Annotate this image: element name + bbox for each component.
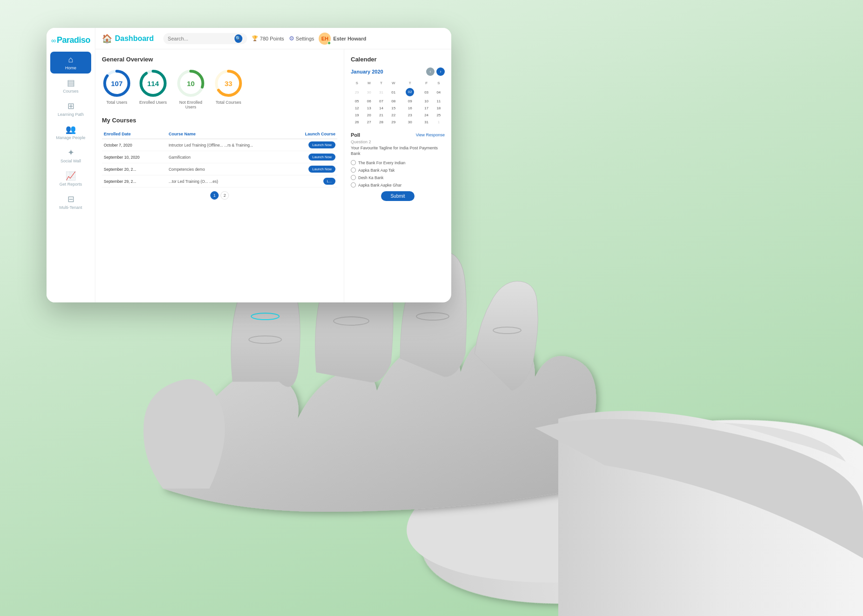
poll-option[interactable]: Desh Ka Bank [351,175,445,180]
calendar-cell[interactable]: 30 [363,87,375,98]
calendar-cell[interactable]: 20 [363,112,375,119]
sidebar-item-label-learning-path: Learning Path [58,112,84,117]
col-launch: Launch Course [281,129,337,139]
calendar-cell[interactable]: 31 [421,119,433,126]
calendar-cell[interactable]: 06 [363,98,375,105]
calendar-cell[interactable]: 23 [400,112,421,119]
stat-total-users: 107 [111,80,122,87]
poll-submit-button[interactable]: Submit [381,191,414,201]
calendar-cell[interactable]: 13 [363,105,375,112]
calendar-cell[interactable]: 15 [388,105,400,112]
multi-tenant-icon: ⊟ [67,194,74,204]
search-bar[interactable]: 🔍 [163,33,247,44]
home-icon: ⌂ [68,55,74,65]
calendar-cell[interactable]: 12 [351,105,363,112]
launch-button[interactable]: Launch Now [308,154,335,161]
cell-launch: Launch Now [281,139,337,151]
calendar-cell[interactable]: 11 [433,98,445,105]
calendar-cell[interactable]: 07 [375,98,387,105]
cell-launch: Launch Now [281,163,337,175]
stat-total-courses: 33 [225,80,233,87]
sidebar-item-label-get-reports: Get Reports [60,182,82,187]
poll-section: Poll View Response Question 2 Your Favou… [351,132,445,201]
sidebar-item-manage-people[interactable]: 👥 Manage People [50,121,91,143]
launch-button[interactable]: Launch Now [308,141,335,148]
calendar-cell[interactable]: 27 [363,119,375,126]
sidebar-item-get-reports[interactable]: 📈 Get Reports [50,167,91,190]
poll-option[interactable]: Aapka Bank Aapke Ghar [351,182,445,187]
cell-date: September 10, 2020 [102,151,167,163]
poll-option[interactable]: The Bank For Every Indian [351,160,445,165]
launch-button[interactable]: L... [323,178,335,185]
sidebar-item-learning-path[interactable]: ⊞ Learning Path [50,98,91,120]
logo-icon: ∞ [51,37,56,44]
main-ui-window: ∞ Paradiso ⌂ Home ▤ Courses ⊞ Learning P… [47,28,451,302]
calendar-cell[interactable]: 16 [400,105,421,112]
logo-text: Paradiso [57,35,90,45]
table-row: September 10, 2020 Gamification Launch N… [102,151,337,163]
calendar-cell[interactable]: 28 [375,119,387,126]
sidebar-item-social-wall[interactable]: ✦ Social Wall [50,144,91,167]
page-btn-2[interactable]: 2 [221,191,229,200]
calendar-day-header: S [351,80,363,87]
calendar-cell[interactable]: 05 [351,98,363,105]
calendar-cell[interactable]: 30 [400,119,421,126]
poll-option[interactable]: Aapka Bank Aap Tak [351,167,445,173]
calendar-cell[interactable]: 19 [351,112,363,119]
calendar-cell[interactable]: 02 [400,87,421,98]
cell-launch: Launch Now [281,151,337,163]
calendar-day-header: S [433,80,445,87]
search-input[interactable] [168,36,235,41]
calendar-prev[interactable]: ‹ [426,67,435,76]
courses-icon: ▤ [67,78,75,88]
stat-label-not-enrolled: Not Enrolled Users [174,100,207,109]
dashboard-icon: 🏠 [102,33,112,44]
settings-button[interactable]: ⚙ Settings [289,35,314,42]
right-panel: Calender January 2020 ‹ › SMTWTFS 293031… [344,49,451,302]
radio-button[interactable] [351,175,356,180]
calendar-cell[interactable]: 22 [388,112,400,119]
radio-button[interactable] [351,160,356,165]
calendar-cell[interactable]: 17 [421,105,433,112]
radio-button[interactable] [351,182,356,187]
sidebar-item-multi-tenant[interactable]: ⊟ Multi-Tenant [50,191,91,213]
calendar-cell[interactable]: 08 [388,98,400,105]
calendar-cell[interactable]: 25 [433,112,445,119]
search-button[interactable]: 🔍 [234,34,242,43]
calendar-cell[interactable]: 18 [433,105,445,112]
col-enrolled-date: Enrolled Date [102,129,167,139]
calendar-day-header: T [375,80,387,87]
calendar-cell[interactable]: 09 [400,98,421,105]
calendar-next[interactable]: › [436,67,445,76]
col-course-name: Course Name [167,129,281,139]
view-response-link[interactable]: View Response [416,133,445,137]
calendar-cell[interactable]: 26 [351,119,363,126]
calendar-cell[interactable]: 01 [388,87,400,98]
points-display: 🏆 780 Points [252,35,284,41]
calendar-cell[interactable]: 24 [421,112,433,119]
donut-not-enrolled: 10 [176,68,206,98]
calendar-cell[interactable]: 03 [421,87,433,98]
calendar-day-header: F [421,80,433,87]
calendar-cell[interactable]: 14 [375,105,387,112]
launch-button[interactable]: Launch Now [308,166,335,173]
calendar-cell[interactable]: 29 [351,87,363,98]
user-area[interactable]: EH Ester Howard [319,33,366,45]
calendar-cell[interactable]: 29 [388,119,400,126]
sidebar-item-courses[interactable]: ▤ Courses [50,74,91,97]
question-text: Your Favourite Tagline for India Post Pa… [351,146,445,156]
calendar-cell[interactable]: 10 [421,98,433,105]
calendar-cell[interactable]: 31 [375,87,387,98]
overview-cards: 107 Total Users 114 Enrol [102,68,337,109]
left-panel: General Overview 107 Total Users [95,49,344,302]
page-btn-1[interactable]: 1 [210,191,219,200]
sidebar-item-home[interactable]: ⌂ Home [50,52,91,74]
settings-label: Settings [296,36,314,41]
calendar-today[interactable]: 02 [406,88,414,96]
radio-button[interactable] [351,167,356,173]
manage-people-icon: 👥 [66,124,76,134]
sidebar-item-label-home: Home [65,66,76,70]
calendar-cell[interactable]: 1 [433,119,445,126]
calendar-cell[interactable]: 04 [433,87,445,98]
calendar-cell[interactable]: 21 [375,112,387,119]
